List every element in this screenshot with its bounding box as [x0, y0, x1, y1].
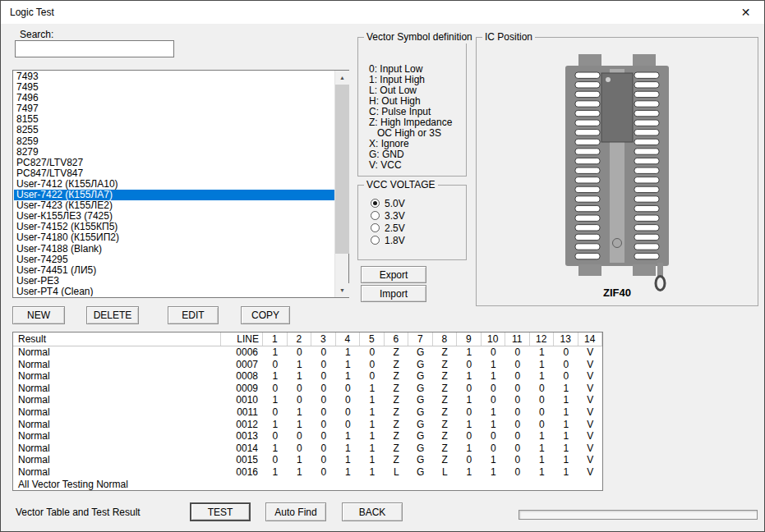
result-cell: Normal — [13, 419, 221, 431]
scroll-up-button[interactable]: ▲ — [335, 71, 349, 85]
table-row[interactable]: Normal001101001ZGZ01001V — [13, 406, 602, 419]
search-input[interactable] — [15, 40, 174, 57]
test-button[interactable]: TEST — [190, 502, 251, 521]
column-header[interactable]: 4 — [336, 332, 361, 346]
column-header[interactable]: 5 — [360, 332, 385, 346]
list-item[interactable]: User-РЕ3 — [14, 276, 334, 287]
list-item[interactable]: PC847/LTV847 — [14, 168, 334, 179]
pin-cell: Z — [385, 443, 409, 455]
import-button[interactable]: Import — [361, 285, 426, 302]
new-button[interactable]: NEW — [12, 306, 65, 324]
result-cell: Normal — [13, 346, 221, 359]
pin-cell: 0 — [457, 359, 482, 371]
pin-cell: Z — [433, 406, 458, 419]
pin-cell: 1 — [288, 406, 312, 419]
ic-listbox-items: 74937495749674978155825582598279PC827/LT… — [14, 71, 334, 296]
column-header[interactable]: 9 — [457, 332, 482, 346]
list-item[interactable]: 7493 — [14, 71, 334, 82]
vcc-option-label: 5.0V — [385, 198, 405, 209]
list-item[interactable]: 8255 — [14, 125, 334, 135]
pin-cell: Z — [433, 394, 458, 406]
pin-cell: 0 — [336, 383, 361, 395]
list-item[interactable]: 8155 — [14, 114, 334, 125]
export-button[interactable]: Export — [361, 266, 426, 283]
pin-cell: Z — [433, 419, 458, 431]
line-cell: 0006 — [221, 346, 263, 359]
vcc-option-3.3v[interactable]: 3.3V — [371, 209, 405, 222]
column-header[interactable]: 12 — [530, 332, 555, 346]
list-item[interactable]: 7496 — [14, 93, 334, 103]
table-row[interactable]: Normal001501011ZGZ01011V — [13, 454, 602, 466]
list-item[interactable]: User-74295 — [14, 255, 334, 265]
column-header[interactable]: 6 — [385, 332, 409, 346]
pin-cell: 0 — [457, 406, 482, 419]
column-header[interactable]: Result — [13, 332, 221, 346]
table-row[interactable]: Normal000811010ZGZ11010V — [13, 370, 602, 383]
list-item[interactable]: User-74180 (К155ИП2) — [14, 232, 334, 243]
result-cell: Normal — [13, 443, 221, 455]
list-item[interactable]: 8259 — [14, 136, 334, 147]
vcc-option-5.0v[interactable]: 5.0V — [371, 197, 405, 209]
column-header[interactable]: 7 — [408, 332, 433, 346]
list-item[interactable]: User-РТ4 (Clean) — [14, 287, 334, 296]
pin-cell: 1 — [530, 346, 555, 359]
vcc-option-2.5v[interactable]: 2.5V — [371, 222, 405, 234]
titlebar: Logic Test ✕ — [1, 1, 764, 24]
pin-cell: 0 — [554, 359, 578, 371]
vcc-option-label: 2.5V — [385, 222, 405, 234]
logic-test-window: Logic Test ✕ Search: 7493749574967497815… — [0, 0, 765, 532]
pin-cell: 0 — [482, 346, 506, 359]
table-row[interactable]: Normal001211001ZGZ11001V — [13, 419, 602, 431]
vcc-option-1.8v[interactable]: 1.8V — [371, 234, 405, 246]
pin-cell: 1 — [288, 370, 312, 383]
list-item[interactable]: 7497 — [14, 103, 334, 114]
column-header[interactable]: 8 — [433, 332, 458, 346]
column-header[interactable]: 10 — [482, 332, 506, 346]
column-header[interactable]: 1 — [263, 332, 288, 346]
table-row[interactable]: Normal000900001ZGZ00001V — [13, 383, 602, 395]
table-row[interactable]: Normal000610010ZGZ10010V — [13, 346, 602, 359]
pin-cell: Z — [385, 419, 409, 431]
line-cell: 0015 — [221, 454, 263, 466]
progress-bar — [518, 510, 758, 520]
delete-button[interactable]: DELETE — [86, 306, 139, 324]
scroll-down-button[interactable]: ▼ — [335, 283, 349, 297]
copy-button[interactable]: COPY — [241, 306, 290, 324]
list-item[interactable]: 7495 — [14, 82, 334, 93]
edit-button[interactable]: EDIT — [168, 306, 219, 324]
column-header[interactable]: LINE — [221, 332, 263, 346]
close-icon: ✕ — [741, 6, 751, 19]
pin-cell: Z — [433, 430, 458, 443]
table-row[interactable]: Normal001300011ZGZ00011V — [13, 430, 602, 443]
table-row[interactable]: Normal001410011ZGZ10011V — [13, 443, 602, 455]
pin-cell: 1 — [288, 359, 312, 371]
close-button[interactable]: ✕ — [727, 1, 764, 24]
column-header[interactable]: 14 — [578, 332, 603, 346]
listbox-scrollbar[interactable]: ▲ ▼ — [334, 71, 348, 297]
column-header[interactable]: 13 — [554, 332, 578, 346]
back-button[interactable]: BACK — [342, 502, 403, 521]
pin-cell: 0 — [505, 443, 530, 455]
auto-find-button[interactable]: Auto Find — [265, 502, 326, 521]
pin-cell: 1 — [482, 454, 506, 466]
table-row[interactable]: Normal001611011LGL11011V — [13, 466, 602, 479]
scrollbar-thumb[interactable] — [335, 85, 349, 254]
pin-cell: Z — [385, 370, 409, 383]
column-header[interactable]: 3 — [311, 332, 336, 346]
list-item[interactable]: User-74188 (Blank) — [14, 244, 334, 255]
pin-cell: Z — [385, 346, 409, 359]
table-row[interactable]: Normal001010001ZGZ10001V — [13, 394, 602, 406]
list-item[interactable]: PC827/LTV827 — [14, 158, 334, 168]
pin-cell: V — [578, 406, 603, 419]
pin-cell: 0 — [505, 430, 530, 443]
pin-cell: V — [578, 370, 603, 383]
column-header[interactable]: 2 — [288, 332, 312, 346]
table-row[interactable]: Normal000701010ZGZ01010V — [13, 359, 602, 371]
list-item[interactable]: 8279 — [14, 147, 334, 158]
column-header[interactable]: 11 — [505, 332, 530, 346]
pin-cell: 0 — [530, 383, 555, 395]
pin-cell: 0 — [505, 394, 530, 406]
list-item[interactable]: User-74451 (ЛИ5) — [14, 265, 334, 276]
ic-listbox: 74937495749674978155825582598279PC827/LT… — [12, 70, 349, 298]
pin-cell: 1 — [482, 466, 506, 479]
